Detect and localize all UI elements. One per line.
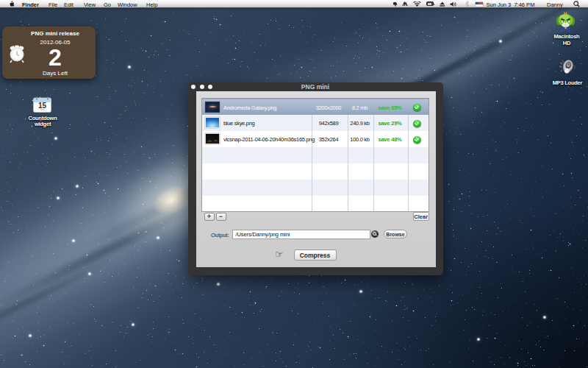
svg-text:June: June <box>40 108 45 111</box>
svg-text:15: 15 <box>38 102 47 110</box>
